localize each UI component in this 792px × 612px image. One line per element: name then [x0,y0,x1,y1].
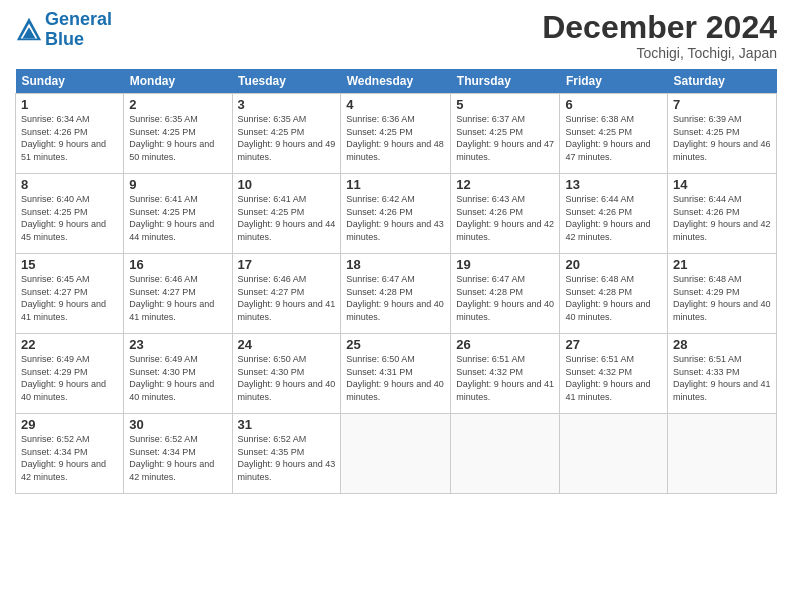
calendar-cell: 31 Sunrise: 6:52 AM Sunset: 4:35 PM Dayl… [232,414,341,494]
col-monday: Monday [124,69,232,94]
calendar-cell [560,414,668,494]
calendar-cell: 18 Sunrise: 6:47 AM Sunset: 4:28 PM Dayl… [341,254,451,334]
day-number: 30 [129,417,226,432]
day-info: Sunrise: 6:38 AM Sunset: 4:25 PM Dayligh… [565,113,662,163]
day-number: 19 [456,257,554,272]
day-number: 4 [346,97,445,112]
day-info: Sunrise: 6:52 AM Sunset: 4:34 PM Dayligh… [129,433,226,483]
week-row-5: 29 Sunrise: 6:52 AM Sunset: 4:34 PM Dayl… [16,414,777,494]
day-number: 20 [565,257,662,272]
day-info: Sunrise: 6:47 AM Sunset: 4:28 PM Dayligh… [346,273,445,323]
day-number: 22 [21,337,118,352]
day-info: Sunrise: 6:50 AM Sunset: 4:30 PM Dayligh… [238,353,336,403]
day-info: Sunrise: 6:35 AM Sunset: 4:25 PM Dayligh… [238,113,336,163]
calendar-cell: 4 Sunrise: 6:36 AM Sunset: 4:25 PM Dayli… [341,94,451,174]
calendar-cell: 8 Sunrise: 6:40 AM Sunset: 4:25 PM Dayli… [16,174,124,254]
week-row-4: 22 Sunrise: 6:49 AM Sunset: 4:29 PM Dayl… [16,334,777,414]
day-number: 23 [129,337,226,352]
day-info: Sunrise: 6:46 AM Sunset: 4:27 PM Dayligh… [129,273,226,323]
col-saturday: Saturday [668,69,777,94]
day-info: Sunrise: 6:49 AM Sunset: 4:30 PM Dayligh… [129,353,226,403]
day-info: Sunrise: 6:52 AM Sunset: 4:34 PM Dayligh… [21,433,118,483]
calendar-cell: 17 Sunrise: 6:46 AM Sunset: 4:27 PM Dayl… [232,254,341,334]
calendar-cell: 26 Sunrise: 6:51 AM Sunset: 4:32 PM Dayl… [451,334,560,414]
calendar-cell: 23 Sunrise: 6:49 AM Sunset: 4:30 PM Dayl… [124,334,232,414]
week-row-1: 1 Sunrise: 6:34 AM Sunset: 4:26 PM Dayli… [16,94,777,174]
day-number: 1 [21,97,118,112]
col-friday: Friday [560,69,668,94]
calendar-cell [668,414,777,494]
week-row-3: 15 Sunrise: 6:45 AM Sunset: 4:27 PM Dayl… [16,254,777,334]
day-info: Sunrise: 6:46 AM Sunset: 4:27 PM Dayligh… [238,273,336,323]
day-info: Sunrise: 6:43 AM Sunset: 4:26 PM Dayligh… [456,193,554,243]
day-info: Sunrise: 6:48 AM Sunset: 4:28 PM Dayligh… [565,273,662,323]
day-number: 12 [456,177,554,192]
calendar-cell: 5 Sunrise: 6:37 AM Sunset: 4:25 PM Dayli… [451,94,560,174]
day-info: Sunrise: 6:44 AM Sunset: 4:26 PM Dayligh… [565,193,662,243]
day-info: Sunrise: 6:48 AM Sunset: 4:29 PM Dayligh… [673,273,771,323]
col-sunday: Sunday [16,69,124,94]
logo-text: General Blue [45,10,112,50]
title-section: December 2024 Tochigi, Tochigi, Japan [542,10,777,61]
day-number: 3 [238,97,336,112]
calendar-cell: 16 Sunrise: 6:46 AM Sunset: 4:27 PM Dayl… [124,254,232,334]
calendar-cell: 30 Sunrise: 6:52 AM Sunset: 4:34 PM Dayl… [124,414,232,494]
day-info: Sunrise: 6:35 AM Sunset: 4:25 PM Dayligh… [129,113,226,163]
page-container: General Blue December 2024 Tochigi, Toch… [0,0,792,612]
calendar-cell: 24 Sunrise: 6:50 AM Sunset: 4:30 PM Dayl… [232,334,341,414]
day-number: 27 [565,337,662,352]
day-info: Sunrise: 6:47 AM Sunset: 4:28 PM Dayligh… [456,273,554,323]
calendar-cell: 3 Sunrise: 6:35 AM Sunset: 4:25 PM Dayli… [232,94,341,174]
calendar-cell: 14 Sunrise: 6:44 AM Sunset: 4:26 PM Dayl… [668,174,777,254]
calendar-cell: 13 Sunrise: 6:44 AM Sunset: 4:26 PM Dayl… [560,174,668,254]
col-wednesday: Wednesday [341,69,451,94]
day-number: 17 [238,257,336,272]
day-info: Sunrise: 6:49 AM Sunset: 4:29 PM Dayligh… [21,353,118,403]
calendar-cell: 25 Sunrise: 6:50 AM Sunset: 4:31 PM Dayl… [341,334,451,414]
calendar-cell: 6 Sunrise: 6:38 AM Sunset: 4:25 PM Dayli… [560,94,668,174]
calendar-cell: 15 Sunrise: 6:45 AM Sunset: 4:27 PM Dayl… [16,254,124,334]
month-title: December 2024 [542,10,777,45]
day-info: Sunrise: 6:34 AM Sunset: 4:26 PM Dayligh… [21,113,118,163]
day-number: 5 [456,97,554,112]
calendar-cell: 10 Sunrise: 6:41 AM Sunset: 4:25 PM Dayl… [232,174,341,254]
day-number: 24 [238,337,336,352]
day-info: Sunrise: 6:40 AM Sunset: 4:25 PM Dayligh… [21,193,118,243]
day-number: 8 [21,177,118,192]
logo-general: General [45,9,112,29]
day-number: 25 [346,337,445,352]
calendar-cell: 27 Sunrise: 6:51 AM Sunset: 4:32 PM Dayl… [560,334,668,414]
week-row-2: 8 Sunrise: 6:40 AM Sunset: 4:25 PM Dayli… [16,174,777,254]
col-thursday: Thursday [451,69,560,94]
calendar-cell: 11 Sunrise: 6:42 AM Sunset: 4:26 PM Dayl… [341,174,451,254]
calendar-table: Sunday Monday Tuesday Wednesday Thursday… [15,69,777,494]
day-info: Sunrise: 6:51 AM Sunset: 4:32 PM Dayligh… [456,353,554,403]
calendar-cell: 21 Sunrise: 6:48 AM Sunset: 4:29 PM Dayl… [668,254,777,334]
calendar-cell: 2 Sunrise: 6:35 AM Sunset: 4:25 PM Dayli… [124,94,232,174]
day-info: Sunrise: 6:45 AM Sunset: 4:27 PM Dayligh… [21,273,118,323]
day-info: Sunrise: 6:44 AM Sunset: 4:26 PM Dayligh… [673,193,771,243]
day-number: 15 [21,257,118,272]
day-number: 28 [673,337,771,352]
calendar-cell: 22 Sunrise: 6:49 AM Sunset: 4:29 PM Dayl… [16,334,124,414]
day-info: Sunrise: 6:52 AM Sunset: 4:35 PM Dayligh… [238,433,336,483]
day-info: Sunrise: 6:41 AM Sunset: 4:25 PM Dayligh… [238,193,336,243]
calendar-cell [451,414,560,494]
day-number: 18 [346,257,445,272]
day-number: 16 [129,257,226,272]
day-number: 11 [346,177,445,192]
day-info: Sunrise: 6:37 AM Sunset: 4:25 PM Dayligh… [456,113,554,163]
day-number: 29 [21,417,118,432]
day-number: 14 [673,177,771,192]
logo-icon [15,16,43,44]
day-number: 2 [129,97,226,112]
calendar-cell [341,414,451,494]
calendar-cell: 29 Sunrise: 6:52 AM Sunset: 4:34 PM Dayl… [16,414,124,494]
calendar-cell: 9 Sunrise: 6:41 AM Sunset: 4:25 PM Dayli… [124,174,232,254]
day-number: 7 [673,97,771,112]
logo-blue: Blue [45,29,84,49]
day-number: 9 [129,177,226,192]
calendar-cell: 28 Sunrise: 6:51 AM Sunset: 4:33 PM Dayl… [668,334,777,414]
location: Tochigi, Tochigi, Japan [542,45,777,61]
day-info: Sunrise: 6:39 AM Sunset: 4:25 PM Dayligh… [673,113,771,163]
